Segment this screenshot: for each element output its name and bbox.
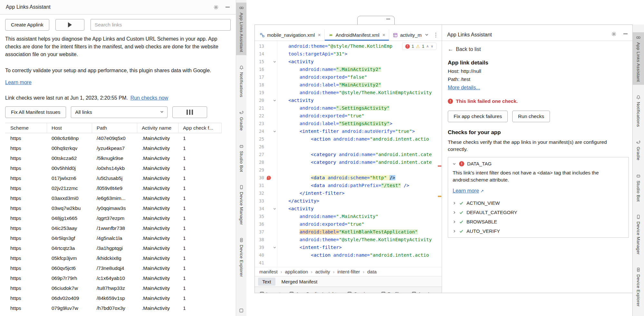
chevron-right-icon[interactable] [452, 220, 456, 224]
tool-strip-tab-studio-bot[interactable]: Studio Bot [633, 171, 644, 204]
tool-strip-tab-device-explorer[interactable]: Device Explorer [633, 264, 644, 310]
breadcrumb-item-manifest[interactable]: manifest [259, 269, 278, 274]
tool-strip-tab-app-links-assistant[interactable]: App Links Assistant [633, 32, 644, 85]
learn-more-link[interactable]: Learn more [5, 80, 32, 85]
fold-arrow-icon[interactable] [272, 205, 277, 212]
gear-icon[interactable] [212, 3, 220, 11]
chevron-right-icon[interactable] [452, 211, 456, 214]
code-editor[interactable]: 13 android:theme="@style/Theme.KotlinEmp… [255, 41, 442, 267]
tool-strip-tab-device-manager[interactable]: Device Manager [633, 212, 644, 258]
tool-strip-tab-app-links-assistant[interactable]: App Links Assistant [236, 3, 246, 55]
editor-tab-activity-m[interactable]: activity_m [389, 29, 421, 41]
fold-arrow-icon[interactable] [272, 58, 277, 65]
table-row[interactable]: https04ic253aay/1wwnfbr738.MainActivity1 [5, 223, 222, 233]
chevron-right-icon[interactable] [452, 229, 456, 233]
tool-strip-tab-device-explorer[interactable]: Device Explorer [236, 235, 246, 280]
tool-strip-tab-notifications[interactable]: Notifications [236, 62, 246, 100]
table-row[interactable]: https048jg1x665/qgrt37ezpm.MainActivity1 [5, 213, 222, 223]
chevron-right-icon[interactable] [452, 201, 456, 205]
tool-window-button-profiler[interactable]: Profiler [381, 291, 403, 293]
table-row[interactable]: https00tskcza62/5lknugk9se.MainActivity1 [5, 153, 222, 163]
table-row[interactable]: https008c6z68np/407e09q5x0.MainActivity1 [5, 133, 222, 143]
view-tab-text[interactable]: Text [258, 278, 275, 286]
fix-all-manifest-issues-button[interactable]: Fix All Manifest Issues [5, 106, 66, 118]
breadcrumb-item-intent-filter[interactable]: intent-filter [337, 269, 360, 274]
close-icon[interactable]: × [382, 33, 385, 38]
gear-icon[interactable] [610, 30, 618, 38]
table-row[interactable]: https079g9luv7w/h7bd07ox3y.MainActivity1 [5, 303, 222, 313]
table-row[interactable]: https06dv02o409/84k659v1sp.MainActivity1 [5, 293, 222, 303]
window-icon[interactable] [239, 308, 244, 314]
check-row-browsable[interactable]: BROWSABLE [448, 217, 629, 226]
panel-title: App Links Assistant [447, 32, 606, 38]
table-row[interactable]: https04rtcqtz3a/3a1hgptqgi.MainActivity1 [5, 243, 222, 253]
back-to-list-link[interactable]: ← Back to list [448, 46, 627, 53]
close-icon[interactable]: × [318, 33, 321, 38]
tool-window-button-app-inspection[interactable]: App Inspection [412, 291, 442, 293]
table-row[interactable]: https060qv5jct6/73ne8udqj4.MainActivity1 [5, 263, 222, 273]
tool-strip-label: App Links Assistant [636, 42, 641, 82]
table-row[interactable]: https03axxd3mi0/e6g63mim....MainActivity… [5, 193, 222, 203]
fold-arrow-icon[interactable] [272, 243, 277, 251]
tool-strip-tab-gradle[interactable]: Gradle [236, 107, 246, 133]
minimize-icon[interactable] [621, 30, 629, 38]
tool-strip-tab-studio-bot[interactable]: Studio Bot [236, 141, 246, 175]
run-checks-button[interactable]: Run checks [512, 111, 550, 122]
table-row[interactable]: https02jv21zzmc/l059v8t4e9.MainActivity1 [5, 183, 222, 193]
code-line: 32 </intent-filter> [255, 189, 442, 197]
tool-window-button-services[interactable]: Services [348, 291, 372, 293]
checks-list: !DATA_TAGThis link's intent filter does … [448, 157, 629, 238]
check-row-auto-verify[interactable]: AUTO_VERIFY [448, 226, 629, 236]
fold-arrow-icon[interactable] [272, 127, 277, 135]
error-stripe-mark[interactable] [438, 165, 441, 167]
check-icon [459, 229, 464, 233]
tool-window-button-app-quality-insights[interactable]: App Quality Insights [290, 291, 339, 293]
breadcrumb-item-data[interactable]: data [367, 269, 377, 274]
table-row[interactable]: https04r5lqn3gf/4g5nalc1la.MainActivity1 [5, 233, 222, 243]
fold-arrow-icon[interactable] [272, 96, 277, 104]
links-filter-dropdown[interactable]: All links [71, 106, 168, 118]
view-tab-merged-manifest[interactable]: Merged Manifest [277, 278, 322, 286]
run-button[interactable] [55, 19, 84, 31]
learn-more-link[interactable]: Learn more [453, 188, 479, 193]
breadcrumb-item-application[interactable]: application [285, 269, 308, 274]
hidden-tabs-chevron-icon[interactable] [425, 32, 429, 38]
breadcrumb-item-activity[interactable]: activity [315, 269, 330, 274]
minimize-icon[interactable] [224, 3, 231, 11]
next-issue-icon[interactable]: ∨ [431, 44, 433, 48]
code-line: 36 android:exported="true" [255, 220, 442, 228]
warning-stripe-mark[interactable] [438, 196, 441, 197]
warning-count-icon: ⚠ [416, 44, 420, 49]
table-row[interactable]: https03wq7w2kbu/y0qqimaw3s.MainActivity1 [5, 203, 222, 213]
editor-tab-mobile-navigation-xml[interactable]: mobile_navigation.xml× [256, 29, 325, 41]
table-row[interactable]: https06ciudok7w/tu87hwp33z.MainActivity1 [5, 283, 222, 293]
create-applink-button[interactable]: Create Applink [5, 19, 49, 31]
run-checks-now-link[interactable]: Run checks now [130, 95, 168, 101]
code-line: 30! <data android:scheme="http" /> [255, 174, 442, 182]
table-row[interactable]: https00hq9zrkqv/yzu4kpeas7.MainActivity1 [5, 143, 222, 153]
tool-window-button-logcat[interactable]: Logcat [260, 291, 281, 293]
table-row[interactable]: https069p7r79rh/c1x64yab10.MainActivity1 [5, 273, 222, 283]
tab-options-kebab-icon[interactable]: ⋮ [433, 32, 438, 38]
more-details-link[interactable]: More details... [448, 85, 480, 91]
table-row[interactable]: https017jwlxzn6/u5t2usab5j.MainActivity1 [5, 173, 222, 183]
columns-toggle-button[interactable] [172, 106, 207, 118]
inspections-widget[interactable]: !1 ⚠1 ∧ ∨ [402, 43, 437, 50]
editor-tab-androidmanifest-xml[interactable]: AndroidManifest.xml× [325, 29, 389, 41]
previous-issue-icon[interactable]: ∧ [426, 44, 429, 48]
android-icon [328, 33, 333, 38]
table-row[interactable]: https00v5hhld0j/o0xhs14ykb.MainActivity1 [5, 163, 222, 173]
tool-strip-tab-gradle[interactable]: Gradle [633, 137, 644, 163]
fix-app-check-failures-button[interactable]: Fix app check failures [448, 111, 508, 122]
check-row-action-view[interactable]: ACTION_VIEW [448, 198, 629, 208]
tool-strip-tab-device-manager[interactable]: Device Manager [236, 182, 246, 228]
chevron-down-icon[interactable] [452, 162, 456, 166]
check-row-data-tag[interactable]: !DATA_TAG [448, 159, 629, 168]
links-table: SchemeHostPathActivity nameApp check f..… [5, 123, 222, 313]
table-row[interactable]: https05kfcp3jvm/khidckix8g.MainActivity1 [5, 253, 222, 263]
search-links-input[interactable] [91, 19, 231, 31]
tool-strip-tab-notifications[interactable]: Notifications [633, 92, 644, 130]
error-gutter-icon[interactable]: ! [266, 174, 272, 182]
check-row-default-category[interactable]: DEFAULT_CATEGORY [448, 208, 629, 217]
breadcrumb-separator: › [333, 269, 335, 274]
